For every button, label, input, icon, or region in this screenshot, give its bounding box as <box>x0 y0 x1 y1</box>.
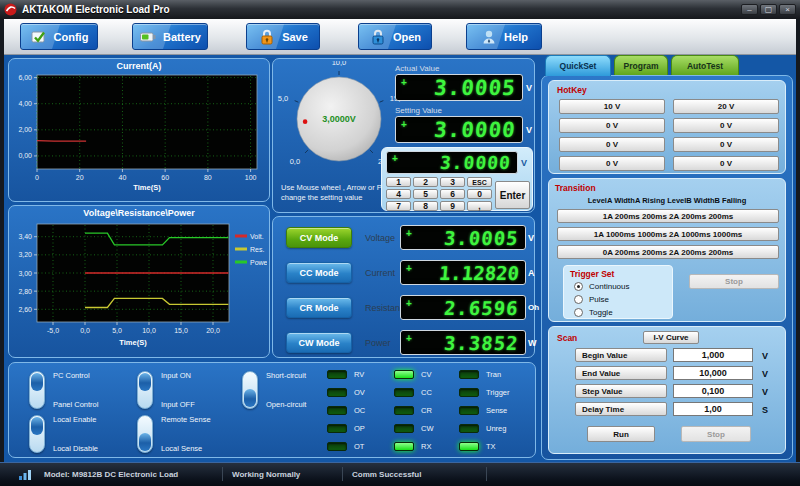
hotkey-0v-3[interactable]: 0 V <box>559 137 665 152</box>
svg-text:3,20: 3,20 <box>18 251 32 258</box>
key-8[interactable]: 8 <box>413 201 438 211</box>
trigger-led <box>459 388 479 397</box>
hotkey-0v-6[interactable]: 0 V <box>673 156 779 171</box>
hotkey-10v[interactable]: 10 V <box>559 99 665 114</box>
key-3[interactable]: 3 <box>440 177 465 187</box>
op-led <box>327 424 347 433</box>
key-7[interactable]: 7 <box>386 201 411 211</box>
key-comma[interactable]: , <box>467 201 492 211</box>
led-column-modes: CV CC CR CW RX <box>394 370 434 451</box>
config-button[interactable]: Config <box>20 23 98 50</box>
svg-text:3,00: 3,00 <box>18 270 32 277</box>
voltage-label: Voltage <box>365 233 395 243</box>
tab-program[interactable]: Program <box>614 55 668 76</box>
key-1[interactable]: 1 <box>386 177 411 187</box>
key-0[interactable]: 0 <box>467 189 492 199</box>
svg-text:0,0: 0,0 <box>80 327 90 334</box>
scan-run-button[interactable]: Run <box>587 426 655 442</box>
help-button[interactable]: Help <box>466 23 542 50</box>
cw-led <box>394 424 414 433</box>
power-label: Power <box>365 338 391 348</box>
enter-button[interactable]: Enter <box>495 181 530 209</box>
transition-preset-1[interactable]: 1A 200ms 200ms 2A 200ms 200ms <box>557 209 779 223</box>
trigger-continuous-option[interactable]: Continuous <box>574 282 629 291</box>
status-bar: Model: M9812B DC Electronic Load Working… <box>0 462 800 486</box>
maximize-button[interactable]: ▢ <box>760 4 777 15</box>
key-2[interactable]: 2 <box>413 177 438 187</box>
minimize-button[interactable]: – <box>741 4 758 15</box>
cc-mode-button[interactable]: CC Mode <box>286 262 352 283</box>
sense-toggle[interactable] <box>137 415 153 453</box>
svg-text:0,0: 0,0 <box>290 157 300 166</box>
svg-text:5,0: 5,0 <box>112 327 122 334</box>
svg-text:6,00: 6,00 <box>18 74 32 81</box>
key-9[interactable]: 9 <box>440 201 465 211</box>
key-4[interactable]: 4 <box>386 189 411 199</box>
close-button[interactable]: × <box>779 4 796 15</box>
current-chart: 6,004,002,000,00020406080100Time(S) <box>11 71 267 193</box>
save-lock-icon <box>258 28 276 46</box>
cv-mode-button[interactable]: CV Mode <box>286 227 352 248</box>
svg-text:Volt.: Volt. <box>250 233 264 240</box>
cw-mode-button[interactable]: CW Mode <box>286 332 352 353</box>
entry-display: + 3.0000 <box>386 151 518 174</box>
local-enable-toggle[interactable] <box>29 415 45 453</box>
scan-stop-button[interactable]: Stop <box>681 426 751 442</box>
svg-text:0: 0 <box>35 174 39 181</box>
svg-text:40: 40 <box>119 174 127 181</box>
transition-preset-3[interactable]: 0A 200ms 200ms 2A 200ms 200ms <box>557 245 779 259</box>
cr-mode-button[interactable]: CR Mode <box>286 297 352 318</box>
begin-value-field[interactable]: 1,000 <box>673 348 753 362</box>
svg-text:2,80: 2,80 <box>18 288 32 295</box>
hotkey-0v-4[interactable]: 0 V <box>673 137 779 152</box>
input-on-off-toggle[interactable] <box>137 371 153 409</box>
circuit-toggle[interactable] <box>242 371 258 409</box>
hotkey-box: HotKey 10 V 20 V 0 V 0 V 0 V 0 V 0 V 0 V <box>548 80 786 174</box>
continuous-radio[interactable] <box>574 282 583 291</box>
short-circuit-label: Short-circuit <box>266 371 306 380</box>
battery-button[interactable]: Battery <box>132 23 208 50</box>
end-value-unit: V <box>762 369 768 379</box>
svg-text:2,00: 2,00 <box>18 126 32 133</box>
key-5[interactable]: 5 <box>413 189 438 199</box>
save-button[interactable]: Save <box>246 23 320 50</box>
svg-text:5,0: 5,0 <box>278 94 288 103</box>
ov-led <box>327 388 347 397</box>
svg-text:60: 60 <box>161 174 169 181</box>
svg-text:4,00: 4,00 <box>18 100 32 107</box>
tab-autotest[interactable]: AutoTest <box>671 55 739 76</box>
keypad-panel: + 3.0000 V 1 2 3 ESC 4 5 6 0 7 8 9 , Ent… <box>381 147 533 211</box>
tab-quickset[interactable]: QuickSet <box>545 55 611 76</box>
end-value-field[interactable]: 10,000 <box>673 366 753 380</box>
toggle-radio[interactable] <box>574 308 583 317</box>
transition-stop-button[interactable]: Stop <box>689 274 779 289</box>
actual-value-unit: V <box>526 83 532 93</box>
pc-panel-toggle[interactable] <box>29 371 45 409</box>
pulse-radio[interactable] <box>574 295 583 304</box>
iv-curve-button[interactable]: I-V Curve <box>643 331 699 344</box>
battery-icon <box>139 28 157 46</box>
hotkey-0v-2[interactable]: 0 V <box>673 118 779 133</box>
delay-time-field[interactable]: 1,00 <box>673 402 753 416</box>
current-label: Current <box>365 268 395 278</box>
hotkey-0v-1[interactable]: 0 V <box>559 118 665 133</box>
config-icon <box>30 28 48 46</box>
hotkey-0v-5[interactable]: 0 V <box>559 156 665 171</box>
key-esc[interactable]: ESC <box>467 177 492 187</box>
title-bar: AKTAKOM Electronic Load Pro – ▢ × <box>0 0 800 19</box>
begin-value-label: Begin Value <box>575 348 667 362</box>
remote-sense-label: Remote Sense <box>161 415 211 424</box>
open-button[interactable]: Open <box>358 23 432 50</box>
svg-text:15,0: 15,0 <box>174 327 188 334</box>
delay-time-label: Delay Time <box>575 402 667 416</box>
trigger-toggle-option[interactable]: Toggle <box>574 308 613 317</box>
trigger-pulse-option[interactable]: Pulse <box>574 295 609 304</box>
open-lock-icon <box>369 28 387 46</box>
transition-preset-2[interactable]: 1A 1000ms 1000ms 2A 1000ms 1000ms <box>557 227 779 241</box>
trigger-set-title: Trigger Set <box>570 269 614 279</box>
key-6[interactable]: 6 <box>440 189 465 199</box>
panel-control-label: Panel Control <box>53 400 98 409</box>
step-value-field[interactable]: 0,100 <box>673 384 753 398</box>
step-value-label: Step Value <box>575 384 667 398</box>
hotkey-20v[interactable]: 20 V <box>673 99 779 114</box>
